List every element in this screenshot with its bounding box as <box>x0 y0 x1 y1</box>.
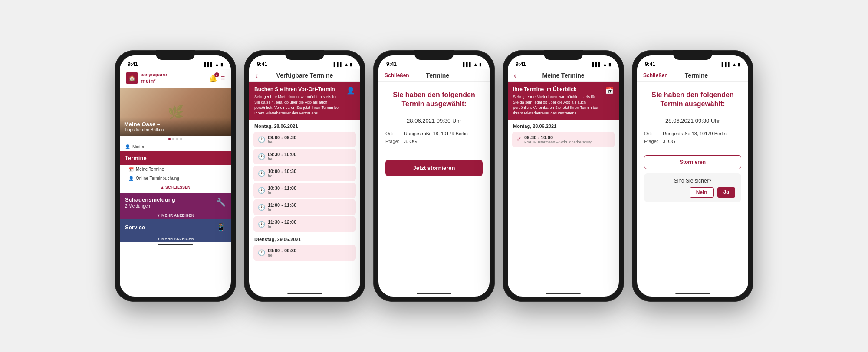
dot-1[interactable] <box>168 138 171 140</box>
booking-text: Sehr geehrte MieterInnen, wir möchten st… <box>513 94 602 116</box>
phone-1-hero: 🌿 Meine Oase – Tipps für den Balkon <box>120 88 231 136</box>
notification-badge: 2 <box>214 72 219 77</box>
clock-icon: 🕐 <box>258 187 265 194</box>
etage-label: Etage: <box>385 139 401 144</box>
slot-2-info: 09:30 - 10:00 frei <box>268 152 296 161</box>
back-button[interactable]: ‹ <box>255 71 258 80</box>
home-indicator <box>675 293 710 294</box>
detail-row-ort: Ort: Rungestraße 18, 10179 Berlin <box>644 131 741 136</box>
phone-2-nav: ‹ Verfügbare Termine <box>249 69 360 82</box>
phone-4-notch <box>544 50 583 60</box>
menu-button[interactable]: ≡ <box>221 74 225 82</box>
battery-icon: ▮ <box>738 62 740 67</box>
signal-icon: ▌▌▌ <box>463 62 472 67</box>
person-calendar-icon: 👤 <box>128 176 134 181</box>
phone-3-notch <box>414 50 454 60</box>
phone-1: 9:41 ▌▌▌ ▲ ▮ 🏠 easysquare mein² <box>115 50 236 302</box>
home-icon: 🏠 <box>126 72 138 84</box>
slot-4[interactable]: 🕐 10:30 - 11:00 frei <box>253 183 356 198</box>
appointment-item[interactable]: ✓ 09:30 - 10:00 Frau Mustermann – Schuld… <box>512 132 615 147</box>
cancel-button[interactable]: Jetzt stornieren <box>385 160 483 176</box>
appointment-datetime: 28.06.2021 09:30 Uhr <box>665 117 720 124</box>
stornieren-button[interactable]: Stornieren <box>644 155 741 169</box>
phone-3-main: Sie haben den folgenden Termin ausgewähl… <box>378 82 490 291</box>
slot-6[interactable]: 🕐 11:30 - 12:00 frei <box>253 216 356 232</box>
phone-1-header: 🏠 easysquare mein² 🔔 2 ≡ <box>120 69 231 88</box>
slot-2[interactable]: 🕐 09:30 - 10:00 frei <box>253 149 356 164</box>
signal-icon: ▌▌▌ <box>592 62 602 67</box>
slot-3[interactable]: 🕐 10:00 - 10:30 frei <box>253 166 356 181</box>
nein-button[interactable]: Nein <box>690 187 714 198</box>
phone-4-content: ‹ Meine Termine Ihre Termine im Überblic… <box>508 69 619 297</box>
phone-1-screen: 9:41 ▌▌▌ ▲ ▮ 🏠 easysquare mein² <box>120 55 231 297</box>
signal-icon: ▌▌▌ <box>334 62 343 67</box>
slots-scroll[interactable]: Montag, 28.06.2021 🕐 09:00 - 09:30 frei … <box>249 120 360 291</box>
service-header: Service 📱 <box>120 219 231 235</box>
slot-5[interactable]: 🕐 11:00 - 11:30 frei <box>253 199 356 215</box>
logo-top-text: easysquare <box>141 72 167 78</box>
phone-2-content: ‹ Verfügbare Termine Buchen Sie Ihren Vo… <box>249 69 360 297</box>
slot-2-time: 09:30 - 10:00 <box>268 152 296 157</box>
home-indicator <box>546 293 581 294</box>
phone-3-screen: 9:41 ▌▌▌ ▲ ▮ Schließen Termine Sie haben… <box>378 55 490 297</box>
slot-1-status: frei <box>268 140 296 144</box>
slot-5-info: 11:00 - 11:30 frei <box>268 202 296 212</box>
day-header-2: Dienstag, 29.06.2021 <box>249 233 360 244</box>
meine-termine-item[interactable]: 📅 Meine Termine <box>120 165 231 174</box>
phones-container: 9:41 ▌▌▌ ▲ ▮ 🏠 easysquare mein² <box>115 50 753 302</box>
service-section: Service 📱 ▼ MEHR ANZEIGEN <box>120 219 231 242</box>
phone-5-content: Schließen Termine Sie haben den folgende… <box>637 69 748 297</box>
ja-button[interactable]: Ja <box>717 187 735 198</box>
close-button[interactable]: Schließen <box>643 72 668 78</box>
back-button[interactable]: ‹ <box>514 71 516 80</box>
wifi-icon: ▲ <box>603 62 607 67</box>
appointment-time: 09:30 - 10:00 <box>524 135 592 140</box>
close-button[interactable]: Schließen <box>385 72 409 78</box>
booking-header: Buchen Sie Ihren Vor-Ort-Termin Sehr gee… <box>249 82 360 120</box>
phone-4-nav: ‹ Meine Termine <box>508 69 619 82</box>
slot-3-status: frei <box>268 174 296 178</box>
calendar-icon: 📅 <box>605 86 614 95</box>
schliessen-button[interactable]: ▲ SCHLIESSEN <box>120 183 231 191</box>
phone-1-status-icons: ▌▌▌ ▲ ▮ <box>204 62 223 67</box>
clock-icon: 🕐 <box>258 221 265 228</box>
hero-title: Meine Oase – <box>124 121 227 127</box>
phone-2-time: 9:41 <box>257 61 267 67</box>
slot-7-time: 09:00 - 09:30 <box>268 248 296 253</box>
bell-button[interactable]: 🔔 2 <box>209 74 217 82</box>
hero-overlay: Meine Oase – Tipps für den Balkon <box>120 117 231 136</box>
slot-7[interactable]: 🕐 09:00 - 09:30 frei <box>253 245 356 261</box>
nav-title: Verfügbare Termine <box>276 72 333 79</box>
check-icon: ✓ <box>516 136 522 143</box>
schaden-mehr-button[interactable]: ▼ MEHR ANZEIGEN <box>120 212 231 219</box>
wifi-icon: ▲ <box>215 62 219 67</box>
day-header-1: Montag, 28.06.2021 <box>249 120 360 130</box>
home-indicator <box>287 293 322 294</box>
phone-3-status-icons: ▌▌▌ ▲ ▮ <box>463 62 482 67</box>
day-header-1: Montag, 28.06.2021 <box>508 120 619 130</box>
wifi-icon: ▲ <box>473 62 478 67</box>
slot-1-info: 09:00 - 09:30 frei <box>268 135 296 144</box>
phone-4-time: 9:41 <box>516 61 526 67</box>
schadensmeldung-count: 2 Meldungen <box>125 204 175 209</box>
detail-row-etage: Etage: 3. OG <box>644 139 741 144</box>
person-icon: 👤 <box>125 144 130 149</box>
phone-2-status-icons: ▌▌▌ ▲ ▮ <box>334 62 352 67</box>
phone-3-nav: Schließen Termine <box>378 69 490 82</box>
battery-icon: ▮ <box>608 62 611 67</box>
home-indicator <box>417 293 451 294</box>
phone-5-time: 9:41 <box>645 61 655 67</box>
booking-title: Buchen Sie Ihren Vor-Ort-Termin <box>254 86 343 92</box>
ort-value: Rungestraße 18, 10179 Berlin <box>404 131 468 136</box>
clock-icon: 🕐 <box>258 153 265 160</box>
phone-1-header-icons: 🔔 2 ≡ <box>209 74 225 82</box>
dot-3[interactable] <box>176 138 178 140</box>
slot-1[interactable]: 🕐 09:00 - 09:30 frei <box>253 132 356 147</box>
booking-text: Sehr geehrte MieterInnen, wir möchten st… <box>254 94 343 116</box>
dot-4[interactable] <box>180 138 182 140</box>
service-mehr-button[interactable]: ▼ MEHR ANZEIGEN <box>120 235 231 242</box>
battery-icon: ▮ <box>350 62 352 67</box>
dot-2[interactable] <box>172 138 174 140</box>
clock-icon: 🕐 <box>258 170 265 177</box>
online-terminbuchung-item[interactable]: 👤 Online Terminbuchung <box>120 174 231 183</box>
